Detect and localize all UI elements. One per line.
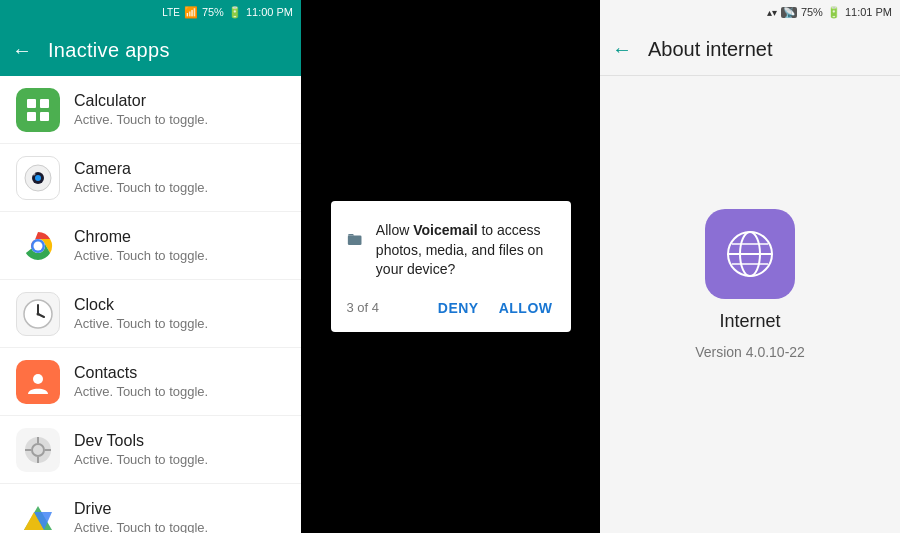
svg-rect-2: [27, 112, 36, 121]
app-icon-clock: [16, 292, 60, 336]
list-item[interactable]: Dev Tools Active. Touch to toggle.: [0, 416, 301, 484]
svg-rect-1: [40, 99, 49, 108]
app-detail-content: Internet Version 4.0.10-22: [600, 76, 900, 533]
app-name: Calculator: [74, 92, 208, 110]
app-name: Chrome: [74, 228, 208, 246]
app-name: Drive: [74, 500, 208, 518]
status-bar-left: LTE 📶 75% 🔋 11:00 PM: [0, 0, 301, 24]
battery-icon-left: 🔋: [228, 6, 242, 19]
app-info-devtools: Dev Tools Active. Touch to toggle.: [74, 432, 208, 467]
app-info-clock: Clock Active. Touch to toggle.: [74, 296, 208, 331]
app-status: Active. Touch to toggle.: [74, 452, 208, 467]
right-panel: ▴▾ 📡 75% 🔋 11:01 PM ← About internet Int…: [600, 0, 900, 533]
time-right: 11:01 PM: [845, 6, 892, 18]
back-arrow-left[interactable]: ←: [12, 39, 32, 62]
list-item[interactable]: Clock Active. Touch to toggle.: [0, 280, 301, 348]
app-icon-camera: [16, 156, 60, 200]
status-bar-right: ▴▾ 📡 75% 🔋 11:01 PM: [600, 0, 900, 24]
page-title-right: About internet: [648, 38, 773, 61]
list-item[interactable]: Chrome Active. Touch to toggle.: [0, 212, 301, 280]
list-item[interactable]: Camera Active. Touch to toggle.: [0, 144, 301, 212]
app-status: Active. Touch to toggle.: [74, 520, 208, 533]
globe-icon: [722, 226, 778, 282]
app-info-camera: Camera Active. Touch to toggle.: [74, 160, 208, 195]
signal-icon: 📶: [184, 6, 198, 19]
app-info-chrome: Chrome Active. Touch to toggle.: [74, 228, 208, 263]
svg-point-6: [35, 175, 41, 181]
app-list: Calculator Active. Touch to toggle. Came…: [0, 76, 301, 533]
dialog-app-name: Voicemail: [413, 222, 477, 238]
allow-button[interactable]: ALLOW: [497, 296, 555, 320]
svg-point-15: [33, 374, 43, 384]
internet-icon: [705, 209, 795, 299]
app-icon-drive: [16, 496, 60, 534]
list-item[interactable]: Contacts Active. Touch to toggle.: [0, 348, 301, 416]
battery-left: 75%: [202, 6, 224, 18]
svg-rect-3: [40, 112, 49, 121]
app-name-right: Internet: [719, 311, 780, 332]
battery-icon-right: 🔋: [827, 6, 841, 19]
middle-panel: Allow Voicemail to access photos, media,…: [301, 0, 600, 533]
app-status: Active. Touch to toggle.: [74, 248, 208, 263]
app-version: Version 4.0.10-22: [695, 344, 805, 360]
dialog-header: Allow Voicemail to access photos, media,…: [347, 221, 555, 280]
app-icon-contacts: [16, 360, 60, 404]
signal-icon-right: ▴▾: [767, 7, 777, 18]
lte-icon-right: 📡: [781, 7, 797, 18]
app-name: Clock: [74, 296, 208, 314]
dialog-buttons: DENY ALLOW: [436, 296, 555, 320]
deny-button[interactable]: DENY: [436, 296, 481, 320]
left-panel: LTE 📶 75% 🔋 11:00 PM ← Inactive apps Cal…: [0, 0, 301, 533]
app-info-drive: Drive Active. Touch to toggle.: [74, 500, 208, 533]
app-status: Active. Touch to toggle.: [74, 384, 208, 399]
app-icon-calculator: [16, 88, 60, 132]
dialog-footer: 3 of 4 DENY ALLOW: [347, 296, 555, 320]
lte-icon: LTE: [162, 7, 180, 18]
folder-icon: [347, 221, 362, 257]
app-status: Active. Touch to toggle.: [74, 316, 208, 331]
svg-point-10: [34, 241, 43, 250]
list-item[interactable]: Calculator Active. Touch to toggle.: [0, 76, 301, 144]
page-title-left: Inactive apps: [48, 39, 170, 62]
dialog-counter: 3 of 4: [347, 300, 380, 315]
list-item[interactable]: Drive Active. Touch to toggle.: [0, 484, 301, 533]
permission-dialog: Allow Voicemail to access photos, media,…: [331, 201, 571, 332]
app-status: Active. Touch to toggle.: [74, 112, 208, 127]
time-left: 11:00 PM: [246, 6, 293, 18]
app-icon-devtools: [16, 428, 60, 472]
battery-right: 75%: [801, 6, 823, 18]
svg-point-7: [33, 172, 36, 175]
toolbar-right: ← About internet: [600, 24, 900, 76]
app-name: Contacts: [74, 364, 208, 382]
dialog-message: Allow Voicemail to access photos, media,…: [376, 221, 555, 280]
app-name: Camera: [74, 160, 208, 178]
app-name: Dev Tools: [74, 432, 208, 450]
back-arrow-right[interactable]: ←: [612, 38, 632, 61]
toolbar-left: ← Inactive apps: [0, 24, 301, 76]
status-icons-right: ▴▾ 📡 75% 🔋 11:01 PM: [767, 6, 892, 19]
app-info-contacts: Contacts Active. Touch to toggle.: [74, 364, 208, 399]
app-status: Active. Touch to toggle.: [74, 180, 208, 195]
svg-rect-0: [27, 99, 36, 108]
app-info-calculator: Calculator Active. Touch to toggle.: [74, 92, 208, 127]
app-icon-chrome: [16, 224, 60, 268]
svg-rect-29: [347, 236, 361, 245]
status-icons-left: LTE 📶 75% 🔋 11:00 PM: [162, 6, 293, 19]
svg-point-14: [37, 312, 40, 315]
